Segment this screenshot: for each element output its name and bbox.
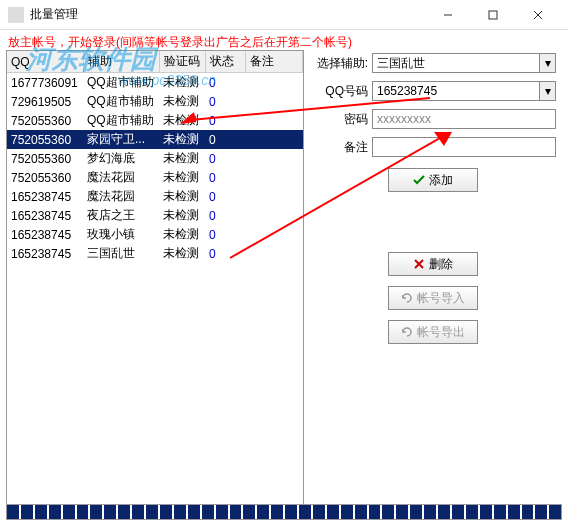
table-row[interactable]: 752055360魔法花园未检测0 [7, 168, 303, 187]
column-header[interactable]: 备注 [245, 51, 303, 73]
cell-count: 0 [205, 206, 245, 225]
table-row[interactable]: 165238745魔法花园未检测0 [7, 187, 303, 206]
import-button[interactable]: 帐号导入 [388, 286, 478, 310]
cell-note [245, 130, 303, 149]
qq-select[interactable]: ▾ [372, 81, 556, 101]
add-label: 添加 [429, 172, 453, 189]
cell-note [245, 244, 303, 263]
assist-select[interactable]: ▾ [372, 53, 556, 73]
close-button[interactable] [515, 1, 560, 29]
qq-input[interactable] [372, 81, 540, 101]
cell-assist: 家园守卫... [83, 130, 159, 149]
cell-verify: 未检测 [159, 73, 205, 93]
window-title: 批量管理 [30, 6, 425, 23]
cell-qq: 752055360 [7, 130, 83, 149]
import-label: 帐号导入 [417, 290, 465, 307]
qq-label: QQ号码 [310, 83, 368, 100]
cell-qq: 165238745 [7, 244, 83, 263]
table-row[interactable]: 752055360QQ超市辅助未检测0 [7, 111, 303, 130]
chevron-down-icon[interactable]: ▾ [540, 81, 556, 101]
cell-count: 0 [205, 244, 245, 263]
refresh-icon [401, 326, 413, 338]
assist-label: 选择辅助: [310, 55, 368, 72]
chevron-down-icon[interactable]: ▾ [540, 53, 556, 73]
cell-note [245, 206, 303, 225]
cell-verify: 未检测 [159, 225, 205, 244]
progress-bar [6, 504, 562, 520]
cell-count: 0 [205, 187, 245, 206]
table-row[interactable]: 165238745三国乱世未检测0 [7, 244, 303, 263]
cell-assist: 梦幻海底 [83, 149, 159, 168]
add-button[interactable]: 添加 [388, 168, 478, 192]
assist-input[interactable] [372, 53, 540, 73]
cell-assist: QQ超市辅助 [83, 111, 159, 130]
cell-qq: 752055360 [7, 168, 83, 187]
cell-verify: 未检测 [159, 92, 205, 111]
cell-verify: 未检测 [159, 130, 205, 149]
password-label: 密码 [310, 111, 368, 128]
cell-note [245, 149, 303, 168]
cell-qq: 752055360 [7, 111, 83, 130]
form-panel: 选择辅助: ▾ QQ号码 ▾ 密码 备注 添加 [304, 50, 562, 506]
column-header[interactable]: 状态 [205, 51, 245, 73]
cross-icon [413, 258, 425, 270]
app-icon [8, 7, 24, 23]
cell-assist: 魔法花园 [83, 168, 159, 187]
cell-verify: 未检测 [159, 149, 205, 168]
minimize-button[interactable] [425, 1, 470, 29]
cell-count: 0 [205, 149, 245, 168]
cell-qq: 729619505 [7, 92, 83, 111]
maximize-button[interactable] [470, 1, 515, 29]
cell-assist: 魔法花园 [83, 187, 159, 206]
cell-note [245, 187, 303, 206]
cell-assist: 夜店之王 [83, 206, 159, 225]
cell-verify: 未检测 [159, 244, 205, 263]
cell-assist: QQ超市辅助 [83, 92, 159, 111]
cell-assist: 玫瑰小镇 [83, 225, 159, 244]
cell-note [245, 168, 303, 187]
delete-button[interactable]: 删除 [388, 252, 478, 276]
column-header[interactable]: 验证码 [159, 51, 205, 73]
table-row[interactable]: 1677736091QQ超市辅助未检测0 [7, 73, 303, 93]
cell-count: 0 [205, 92, 245, 111]
cell-count: 0 [205, 225, 245, 244]
cell-count: 0 [205, 73, 245, 93]
cell-qq: 165238745 [7, 225, 83, 244]
column-header[interactable]: 辅助 [83, 51, 159, 73]
cell-note [245, 225, 303, 244]
hint-text: 放主帐号，开始登录(间隔等帐号登录出广告之后在开第二个帐号) [0, 30, 568, 50]
cell-qq: 165238745 [7, 206, 83, 225]
table-row[interactable]: 752055360家园守卫...未检测0 [7, 130, 303, 149]
refresh-icon [401, 292, 413, 304]
note-input[interactable] [372, 137, 556, 157]
delete-label: 删除 [429, 256, 453, 273]
svg-rect-1 [489, 11, 497, 19]
cell-count: 0 [205, 111, 245, 130]
table-row[interactable]: 165238745玫瑰小镇未检测0 [7, 225, 303, 244]
cell-qq: 752055360 [7, 149, 83, 168]
cell-note [245, 111, 303, 130]
cell-note [245, 73, 303, 93]
export-label: 帐号导出 [417, 324, 465, 341]
titlebar: 批量管理 [0, 0, 568, 30]
cell-count: 0 [205, 168, 245, 187]
cell-verify: 未检测 [159, 111, 205, 130]
cell-qq: 165238745 [7, 187, 83, 206]
cell-verify: 未检测 [159, 187, 205, 206]
cell-assist: 三国乱世 [83, 244, 159, 263]
cell-qq: 1677736091 [7, 73, 83, 93]
cell-count: 0 [205, 130, 245, 149]
export-button[interactable]: 帐号导出 [388, 320, 478, 344]
cell-verify: 未检测 [159, 206, 205, 225]
column-header[interactable]: QQ [7, 51, 83, 73]
password-input[interactable] [372, 109, 556, 129]
table-row[interactable]: 752055360梦幻海底未检测0 [7, 149, 303, 168]
account-table[interactable]: QQ辅助验证码状态备注 1677736091QQ超市辅助未检测072961950… [6, 50, 304, 506]
main-area: QQ辅助验证码状态备注 1677736091QQ超市辅助未检测072961950… [0, 50, 568, 506]
check-icon [413, 174, 425, 186]
cell-assist: QQ超市辅助 [83, 73, 159, 93]
table-row[interactable]: 165238745夜店之王未检测0 [7, 206, 303, 225]
note-label: 备注 [310, 139, 368, 156]
cell-note [245, 92, 303, 111]
table-row[interactable]: 729619505QQ超市辅助未检测0 [7, 92, 303, 111]
